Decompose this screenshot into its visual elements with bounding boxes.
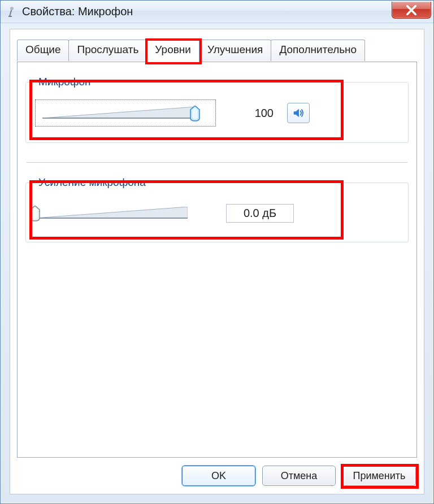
cancel-button[interactable]: Отмена	[262, 466, 336, 486]
svg-point-1	[10, 7, 14, 10]
divider	[27, 162, 407, 163]
apply-button[interactable]: Применить	[342, 466, 416, 486]
boost-slider-thumb[interactable]	[30, 206, 40, 221]
tab-strip: Общие Прослушать Уровни Улучшения Дополн…	[17, 40, 417, 62]
mic-slider[interactable]	[35, 99, 216, 127]
ok-button[interactable]: OK	[182, 466, 255, 486]
tab-general[interactable]: Общие	[17, 40, 69, 61]
boost-value: 0.0 дБ	[226, 204, 294, 223]
close-icon	[406, 5, 416, 15]
dialog-buttons: OK Отмена Применить	[182, 466, 416, 486]
mic-value: 100	[226, 106, 277, 121]
boost-slider-track	[35, 206, 188, 220]
boost-slider[interactable]	[35, 200, 216, 226]
microphone-icon	[6, 6, 18, 18]
svg-marker-4	[35, 207, 188, 218]
group-mic-boost: Усиление микрофона	[25, 176, 409, 242]
svg-rect-2	[8, 16, 12, 17]
boost-slider-row: 0.0 дБ	[35, 200, 399, 226]
mic-slider-track	[42, 106, 195, 120]
close-button[interactable]	[392, 2, 431, 19]
tab-listen[interactable]: Прослушать	[68, 40, 147, 61]
speaker-icon	[292, 107, 305, 119]
window-title: Свойства: Микрофон	[22, 5, 133, 18]
mute-button[interactable]	[287, 103, 310, 123]
tab-levels[interactable]: Уровни	[146, 40, 199, 62]
group-microphone: Микрофон	[25, 76, 409, 143]
mic-slider-row: 100	[35, 99, 399, 127]
mic-slider-thumb[interactable]	[190, 106, 200, 121]
client-area: Общие Прослушать Уровни Улучшения Дополн…	[10, 29, 424, 494]
svg-marker-3	[42, 107, 195, 118]
group-mic-boost-legend: Усиление микрофона	[35, 176, 149, 189]
tab-advanced[interactable]: Дополнительно	[271, 40, 365, 61]
properties-window: Свойства: Микрофон Общие Прослушать Уров…	[0, 0, 434, 504]
group-microphone-legend: Микрофон	[35, 76, 94, 88]
titlebar[interactable]: Свойства: Микрофон	[1, 1, 433, 23]
tab-enhancements[interactable]: Улучшения	[199, 40, 272, 61]
tab-panel-levels: Микрофон	[17, 62, 417, 458]
